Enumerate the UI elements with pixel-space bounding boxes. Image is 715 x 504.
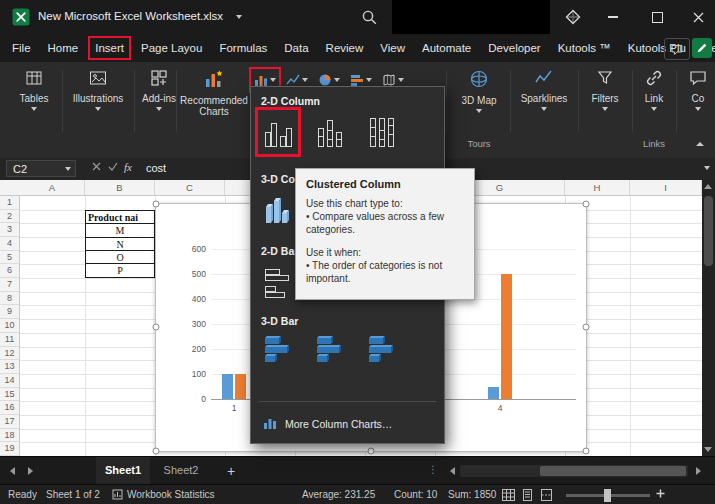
- menu-item-clustered-bar[interactable]: [259, 263, 297, 305]
- close-button[interactable]: [681, 0, 715, 34]
- enter-check-icon[interactable]: [108, 161, 118, 173]
- next-sheet-icon[interactable]: [28, 467, 33, 475]
- column-header-I[interactable]: I: [630, 180, 702, 195]
- column-header-A[interactable]: A: [20, 180, 85, 195]
- expand-formula-bar-icon[interactable]: [704, 166, 710, 170]
- column-header-C[interactable]: C: [155, 180, 225, 195]
- row-header-7[interactable]: 7: [0, 278, 19, 292]
- row-header-18[interactable]: 18: [0, 429, 19, 443]
- new-sheet-button[interactable]: +: [222, 462, 240, 480]
- sheet-tab-sheet1[interactable]: Sheet1: [96, 457, 150, 486]
- chart-selection-handle[interactable]: [583, 448, 590, 455]
- horizontal-scroll-thumb[interactable]: [540, 466, 686, 476]
- vertical-scroll-thumb[interactable]: [704, 196, 713, 266]
- add-ins-button[interactable]: Add-ins: [138, 68, 180, 111]
- workbook-statistics-button[interactable]: Workbook Statistics: [127, 489, 215, 500]
- chart-bar-series-2-cat4[interactable]: [501, 274, 512, 399]
- horizontal-scrollbar[interactable]: [460, 465, 688, 477]
- row-header-16[interactable]: 16: [0, 401, 19, 415]
- insert-function-button[interactable]: fx: [124, 161, 132, 173]
- zoom-slider[interactable]: [566, 494, 650, 497]
- cell-b5[interactable]: O: [86, 251, 154, 264]
- menu-item-stacked100-column[interactable]: [363, 111, 401, 153]
- cancel-icon[interactable]: [92, 161, 101, 173]
- row-header-10[interactable]: 10: [0, 319, 19, 333]
- comments-ribbon-button[interactable]: Co: [680, 68, 715, 111]
- tables-button[interactable]: Tables: [10, 68, 58, 111]
- link-button[interactable]: Link: [636, 68, 672, 111]
- previous-sheet-icon[interactable]: [10, 467, 15, 475]
- menu-item-3d-clustered-bar[interactable]: [259, 329, 297, 371]
- row-header-19[interactable]: 19: [0, 442, 19, 456]
- menu-tab-automate[interactable]: Automate: [420, 34, 473, 62]
- page-layout-view-icon[interactable]: [521, 489, 534, 503]
- comments-button[interactable]: [664, 38, 690, 60]
- row-header-1[interactable]: 1: [0, 196, 19, 210]
- menu-tab-kutools[interactable]: Kutools ™: [556, 34, 613, 62]
- menu-item-3d-stacked100-bar[interactable]: [363, 329, 401, 371]
- sparklines-button[interactable]: Sparklines: [514, 68, 574, 111]
- illustrations-button[interactable]: Illustrations: [66, 68, 130, 111]
- share-edit-button[interactable]: [692, 38, 712, 58]
- chart-selection-handle[interactable]: [583, 201, 590, 208]
- filters-button[interactable]: Filters: [582, 68, 628, 111]
- scroll-left-icon[interactable]: [450, 467, 455, 475]
- cell-b6[interactable]: P: [86, 264, 154, 277]
- name-box[interactable]: C2: [6, 160, 76, 177]
- menu-tab-insert[interactable]: Insert: [93, 34, 126, 62]
- row-header-8[interactable]: 8: [0, 292, 19, 306]
- menu-tab-data[interactable]: Data: [282, 34, 310, 62]
- column-header-H[interactable]: H: [565, 180, 630, 195]
- row-header-6[interactable]: 6: [0, 264, 19, 278]
- page-break-view-icon[interactable]: [540, 489, 553, 503]
- row-header-3[interactable]: 3: [0, 223, 19, 237]
- more-column-charts-item[interactable]: More Column Charts…: [251, 411, 444, 437]
- menu-item-3d-clustered-column[interactable]: [259, 187, 297, 229]
- menu-item-stacked-column[interactable]: [311, 111, 349, 153]
- cell-b3[interactable]: M: [86, 224, 154, 237]
- row-header-14[interactable]: 14: [0, 374, 19, 388]
- collapse-ribbon-icon[interactable]: [696, 142, 704, 146]
- menu-item-3d-stacked-bar[interactable]: [311, 329, 349, 371]
- cell-b2-product-name[interactable]: Product nai: [86, 211, 154, 224]
- chart-bar-series-1-cat1[interactable]: [222, 374, 233, 399]
- menu-tab-home[interactable]: Home: [46, 34, 81, 62]
- chart-bar-series-2-cat1[interactable]: [235, 374, 246, 399]
- chart-bar-series-1-cat4[interactable]: [488, 387, 499, 400]
- row-header-2[interactable]: 2: [0, 210, 19, 224]
- row-header-15[interactable]: 15: [0, 388, 19, 402]
- menu-tab-formulas[interactable]: Formulas: [217, 34, 269, 62]
- row-header-13[interactable]: 13: [0, 360, 19, 374]
- column-header-B[interactable]: B: [85, 180, 155, 195]
- minimize-button[interactable]: [596, 0, 630, 34]
- chart-selection-handle[interactable]: [583, 324, 590, 331]
- menu-tab-review[interactable]: Review: [324, 34, 366, 62]
- recommended-charts-button[interactable]: Recommended Charts: [180, 68, 248, 117]
- row-header-11[interactable]: 11: [0, 333, 19, 347]
- chart-selection-handle[interactable]: [368, 448, 375, 455]
- row-header-17[interactable]: 17: [0, 415, 19, 429]
- scroll-down-icon[interactable]: [704, 447, 712, 452]
- menu-tab-page-layou[interactable]: Page Layou: [139, 34, 204, 62]
- menu-item-clustered-column[interactable]: [259, 111, 297, 153]
- scroll-up-icon[interactable]: [704, 184, 712, 189]
- row-header-12[interactable]: 12: [0, 347, 19, 361]
- chart-selection-handle[interactable]: [153, 448, 160, 455]
- chart-selection-handle[interactable]: [153, 201, 160, 208]
- sheet-tab-sheet2[interactable]: Sheet2: [154, 457, 208, 484]
- gem-badge-icon[interactable]: [564, 8, 582, 26]
- menu-tab-developer[interactable]: Developer: [486, 34, 542, 62]
- chart-selection-handle[interactable]: [153, 324, 160, 331]
- row-header-4[interactable]: 4: [0, 237, 19, 251]
- normal-view-icon[interactable]: [502, 489, 515, 503]
- zoom-in-button[interactable]: [656, 489, 665, 500]
- cell-b4[interactable]: N: [86, 238, 154, 251]
- row-header-5[interactable]: 5: [0, 251, 19, 265]
- maximize-button[interactable]: [640, 0, 674, 34]
- row-header-9[interactable]: 9: [0, 305, 19, 319]
- scroll-right-icon[interactable]: [696, 467, 701, 475]
- zoom-slider-thumb[interactable]: [604, 489, 611, 502]
- 3d-map-button[interactable]: 3D Map: [452, 68, 506, 113]
- search-icon[interactable]: [360, 8, 378, 26]
- vertical-scrollbar[interactable]: [702, 180, 715, 456]
